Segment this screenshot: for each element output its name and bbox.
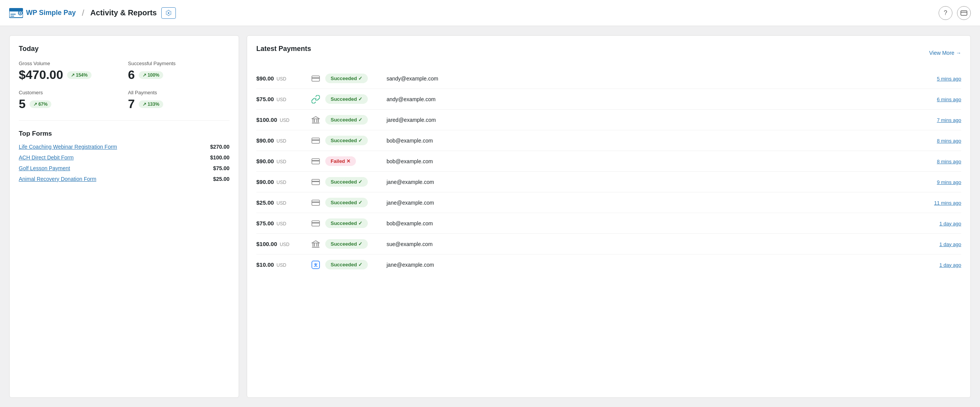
- gross-volume-badge: ↗ 154%: [67, 71, 92, 79]
- payment-status: Succeeded ✓: [325, 115, 387, 125]
- card-icon: [311, 200, 320, 206]
- customers-label: Customers: [19, 90, 120, 95]
- payment-status: Failed ✕: [325, 156, 387, 166]
- payment-time: 8 mins ago: [908, 138, 961, 144]
- form-link[interactable]: Life Coaching Webinar Registration Form: [19, 144, 117, 150]
- payment-amount: $90.00 USD: [256, 158, 306, 164]
- status-badge: Succeeded ✓: [325, 198, 368, 207]
- customers-stat: Customers 5 ↗ 67%: [19, 90, 120, 111]
- amount-value: $90.00: [256, 137, 274, 144]
- svg-rect-29: [314, 243, 315, 246]
- payment-time: 6 mins ago: [908, 96, 961, 102]
- payment-amount: $75.00 USD: [256, 220, 306, 226]
- gear-icon: [166, 10, 172, 16]
- payment-email: bob@example.com: [387, 220, 908, 226]
- payment-email: jane@example.com: [387, 200, 908, 206]
- settings-button[interactable]: [161, 7, 176, 19]
- customers-badge: ↗ 67%: [29, 100, 51, 108]
- time-link[interactable]: 7 mins ago: [937, 117, 961, 123]
- svg-rect-16: [312, 123, 320, 123]
- payment-row: $25.00 USD Succeeded ✓ jane@example.com …: [256, 192, 961, 213]
- view-more-link[interactable]: View More →: [929, 50, 961, 56]
- payment-time: 1 day ago: [908, 220, 961, 226]
- svg-rect-12: [313, 119, 313, 122]
- svg-marker-11: [312, 117, 320, 119]
- status-badge: Succeeded ✓: [325, 239, 368, 249]
- card-icon: [311, 75, 320, 82]
- status-badge: Failed ✕: [325, 156, 356, 166]
- payment-icon-cell: [306, 138, 325, 144]
- time-link[interactable]: 1 day ago: [939, 221, 961, 226]
- time-link[interactable]: 8 mins ago: [937, 159, 961, 164]
- form-amount: $25.00: [213, 176, 229, 182]
- successful-payments-stat: Successful Payments 6 ↗ 100%: [128, 61, 229, 82]
- svg-rect-7: [961, 11, 967, 15]
- gross-volume-stat: Gross Volume $470.00 ↗ 154%: [19, 61, 120, 82]
- successful-payments-label: Successful Payments: [128, 61, 229, 66]
- bank-icon: [311, 240, 320, 248]
- payment-amount: $90.00 USD: [256, 75, 306, 82]
- payment-icon-cell: 支: [306, 261, 325, 269]
- payment-time: 5 mins ago: [908, 75, 961, 82]
- payment-amount: $25.00 USD: [256, 199, 306, 206]
- svg-rect-32: [312, 247, 320, 248]
- svg-marker-27: [312, 241, 320, 243]
- time-link[interactable]: 5 mins ago: [937, 76, 961, 82]
- status-badge: Succeeded ✓: [325, 115, 368, 125]
- time-link[interactable]: 1 day ago: [939, 241, 961, 247]
- svg-rect-22: [312, 181, 320, 182]
- payment-icon-cell: [306, 200, 325, 206]
- payment-time: 1 day ago: [908, 262, 961, 268]
- form-link[interactable]: Animal Recovery Donation Form: [19, 176, 96, 182]
- amount-value: $90.00: [256, 75, 274, 82]
- amount-currency: USD: [277, 138, 286, 144]
- header-left: WP Simple Pay / Activity & Reports: [9, 7, 176, 19]
- help-button[interactable]: ?: [939, 6, 952, 20]
- amount-currency: USD: [277, 200, 286, 206]
- payment-status: Succeeded ✓: [325, 74, 387, 83]
- time-link[interactable]: 6 mins ago: [937, 97, 961, 102]
- time-link[interactable]: 11 mins ago: [934, 200, 961, 206]
- screen-options-button[interactable]: [957, 6, 971, 20]
- customers-value: 5: [19, 97, 26, 111]
- form-link[interactable]: ACH Direct Debit Form: [19, 154, 74, 161]
- successful-payments-value-row: 6 ↗ 100%: [128, 68, 229, 82]
- logo: WP Simple Pay: [9, 8, 76, 18]
- payment-amount: $90.00 USD: [256, 179, 306, 185]
- gross-volume-value-row: $470.00 ↗ 154%: [19, 68, 120, 82]
- payment-time: 9 mins ago: [908, 179, 961, 185]
- payment-row: $90.00 USD Succeeded ✓ bob@example.com 8…: [256, 130, 961, 151]
- top-forms-list: Life Coaching Webinar Registration Form …: [19, 144, 229, 187]
- form-row: Life Coaching Webinar Registration Form …: [19, 144, 229, 150]
- all-payments-value: 7: [128, 97, 135, 111]
- payment-row: $75.00 USD Succeeded ✓ bob@example.com 1…: [256, 213, 961, 234]
- gross-volume-label: Gross Volume: [19, 61, 120, 66]
- card-icon: [311, 158, 320, 164]
- form-link[interactable]: Golf Lesson Payment: [19, 165, 70, 171]
- latest-payments-title: Latest Payments: [256, 45, 311, 53]
- header: WP Simple Pay / Activity & Reports ?: [0, 0, 980, 26]
- time-link[interactable]: 8 mins ago: [937, 138, 961, 144]
- payment-icon-cell: [306, 240, 325, 248]
- payment-icon-cell: [306, 158, 325, 164]
- amount-currency: USD: [277, 76, 286, 82]
- payment-amount: $100.00 USD: [256, 241, 306, 247]
- payment-email: sue@example.com: [387, 241, 908, 247]
- payment-row: $90.00 USD Failed ✕ bob@example.com 8 mi…: [256, 151, 961, 172]
- time-link[interactable]: 1 day ago: [939, 262, 961, 268]
- all-payments-label: All Payments: [128, 90, 229, 95]
- bank-icon: [311, 116, 320, 124]
- svg-text:支: 支: [313, 263, 318, 267]
- status-badge: Succeeded ✓: [325, 74, 368, 83]
- payment-email: jared@example.com: [387, 117, 908, 123]
- main-content: Today Gross Volume $470.00 ↗ 154% Succes…: [0, 26, 980, 407]
- amount-value: $75.00: [256, 220, 274, 226]
- payment-email: bob@example.com: [387, 158, 908, 164]
- all-payments-value-row: 7 ↗ 133%: [128, 97, 229, 111]
- payment-time: 11 mins ago: [908, 200, 961, 206]
- payment-icon-cell: [306, 179, 325, 185]
- customers-value-row: 5 ↗ 67%: [19, 97, 120, 111]
- status-badge: Succeeded ✓: [325, 260, 368, 269]
- payment-status: Succeeded ✓: [325, 136, 387, 145]
- time-link[interactable]: 9 mins ago: [937, 179, 961, 185]
